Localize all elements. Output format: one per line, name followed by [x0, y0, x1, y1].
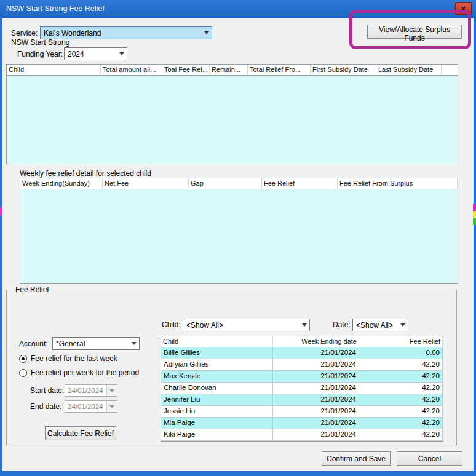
column-header[interactable]: Child: [161, 336, 273, 347]
view-allocate-surplus-funds-button[interactable]: View/Allocate Surplus Funds: [367, 25, 462, 39]
table-cell: Kiki Paige: [161, 429, 273, 441]
table-cell: 21/01/2024: [273, 394, 359, 406]
table-row[interactable]: Mia Paige21/01/202442.20: [161, 418, 443, 429]
dialog-body: Service: Kai's Wonderland View/Allocate …: [2, 18, 474, 471]
table-row[interactable]: Billie Gillies21/01/20240.00: [161, 347, 443, 359]
child-filter-value: <Show All>: [183, 321, 299, 330]
table-cell: 0.00: [359, 347, 443, 359]
table-cell: 21/01/2024: [273, 359, 359, 371]
end-date-label: End date:: [30, 402, 61, 411]
chevron-down-icon: [117, 48, 127, 60]
table-cell: Billie Gillies: [161, 347, 273, 359]
table-cell: Jessie Liu: [161, 406, 273, 418]
column-header[interactable]: First Subsidy Date: [311, 65, 376, 75]
chevron-down-icon: [202, 27, 212, 39]
weekly-detail-label: Weekly fee relief detail for selected ch…: [20, 169, 151, 178]
table-cell: 42.20: [359, 371, 443, 383]
grid-header-row: ChildTotal amount all...Toal Fee Rel...R…: [7, 65, 458, 76]
radio-fee-relief-period[interactable]: Fee relief per week for the period: [19, 368, 139, 377]
child-filter-label: Child:: [162, 320, 181, 329]
end-date-picker[interactable]: 24/01/2024: [65, 400, 117, 413]
table-cell: 21/01/2024: [273, 429, 359, 441]
table-cell: 42.20: [359, 394, 443, 406]
column-header[interactable]: Child: [7, 65, 101, 75]
table-cell: 21/01/2024: [273, 406, 359, 418]
column-header[interactable]: Net Fee: [103, 178, 189, 189]
table-cell: 21/01/2024: [273, 418, 359, 429]
radio-last-week-label: Fee relief for the last week: [31, 354, 117, 363]
edge-artifact-right-yellow: [473, 211, 476, 218]
nsw-start-strong-section-label: NSW Start Strong: [11, 38, 69, 47]
column-header[interactable]: Week Ending(Sunday): [20, 178, 103, 189]
table-cell: Adryian Gillies: [161, 359, 273, 371]
table-row[interactable]: Adryian Gillies21/01/202442.20: [161, 359, 443, 371]
chevron-down-icon: [129, 338, 139, 349]
radio-fee-relief-last-week[interactable]: Fee relief for the last week: [19, 354, 117, 363]
dialog-window: NSW Start Strong Fee Relief x Service: K…: [0, 0, 476, 476]
radio-unselected-icon: [19, 369, 27, 377]
table-cell: Jennifer Liu: [161, 394, 273, 406]
calendar-dropdown-icon: [106, 385, 117, 396]
table-cell: 42.20: [359, 406, 443, 418]
edge-artifact-right-green: [473, 218, 476, 225]
table-cell: 21/01/2024: [273, 383, 359, 394]
title-bar[interactable]: NSW Start Strong Fee Relief x: [0, 0, 476, 18]
close-button[interactable]: x: [455, 2, 472, 15]
start-date-label: Start date:: [30, 386, 64, 395]
edge-artifact-right-magenta: [473, 204, 476, 211]
weekly-detail-grid: Week Ending(Sunday)Net FeeGapFee ReliefF…: [20, 178, 458, 284]
column-header[interactable]: Fee Relief: [359, 336, 443, 347]
table-row[interactable]: Jennifer Liu21/01/202442.20: [161, 394, 443, 406]
confirm-and-save-button[interactable]: Confirm and Save: [322, 451, 391, 466]
table-cell: 42.20: [359, 383, 443, 394]
chevron-down-icon: [398, 319, 408, 331]
account-select[interactable]: *General: [52, 337, 140, 350]
start-date-value: 24/01/2024: [65, 387, 106, 394]
table-cell: Charlie Donovan: [161, 383, 273, 394]
column-header[interactable]: Toal Fee Rel...: [162, 65, 210, 75]
table-row[interactable]: Jessie Liu21/01/202442.20: [161, 406, 443, 418]
date-filter-value: <Show All>: [353, 321, 398, 330]
column-header[interactable]: Fee Relief: [262, 178, 338, 189]
column-header[interactable]: Last Subsidy Date: [376, 65, 442, 75]
table-cell: 21/01/2024: [273, 347, 359, 359]
service-label: Service:: [11, 29, 38, 38]
column-header[interactable]: Gap: [189, 178, 262, 189]
chevron-down-icon: [299, 319, 309, 331]
cancel-button[interactable]: Cancel: [397, 451, 462, 466]
radio-period-label: Fee relief per week for the period: [31, 368, 139, 377]
table-cell: Max Kenzie: [161, 371, 273, 383]
column-header[interactable]: Week Ending date: [273, 336, 359, 347]
account-value: *General: [53, 339, 129, 348]
table-cell: 42.20: [359, 429, 443, 441]
child-filter-select[interactable]: <Show All>: [183, 319, 310, 331]
table-row[interactable]: Max Kenzie21/01/202442.20: [161, 371, 443, 383]
start-date-picker[interactable]: 24/01/2024: [65, 384, 117, 397]
table-cell: 42.20: [359, 359, 443, 371]
funding-year-select[interactable]: 2024: [64, 47, 127, 60]
table-row[interactable]: Charlie Donovan21/01/202442.20: [161, 383, 443, 394]
column-header[interactable]: Remain...: [210, 65, 248, 75]
grid-header-row: ChildWeek Ending dateFee Relief: [161, 336, 443, 347]
column-header[interactable]: Total Relief Fro...: [248, 65, 311, 75]
children-summary-grid: ChildTotal amount all...Toal Fee Rel...R…: [6, 64, 458, 164]
end-date-value: 24/01/2024: [65, 403, 106, 410]
date-filter-label: Date:: [333, 320, 351, 329]
table-row[interactable]: Kiki Paige21/01/202442.20: [161, 429, 443, 441]
radio-selected-icon: [19, 355, 27, 363]
table-cell: Mia Paige: [161, 418, 273, 429]
grid-header-row: Week Ending(Sunday)Net FeeGapFee ReliefF…: [20, 178, 458, 189]
service-select-value: Kai's Wonderland: [41, 29, 202, 38]
column-header[interactable]: Fee Relief From Surplus: [338, 178, 458, 189]
table-cell: 42.20: [359, 418, 443, 429]
calculate-fee-relief-button[interactable]: Calculate Fee Relief: [45, 426, 116, 440]
table-cell: 21/01/2024: [273, 371, 359, 383]
date-filter-select[interactable]: <Show All>: [352, 319, 408, 331]
edge-artifact-left-magenta: [0, 207, 2, 215]
funding-year-label: Funding Year:: [17, 50, 63, 58]
service-select[interactable]: Kai's Wonderland: [40, 26, 212, 39]
calendar-dropdown-icon: [106, 401, 117, 412]
column-header[interactable]: Total amount all...: [101, 65, 162, 75]
fee-relief-group-label: Fee Relief: [13, 285, 52, 294]
account-label: Account:: [19, 339, 48, 348]
